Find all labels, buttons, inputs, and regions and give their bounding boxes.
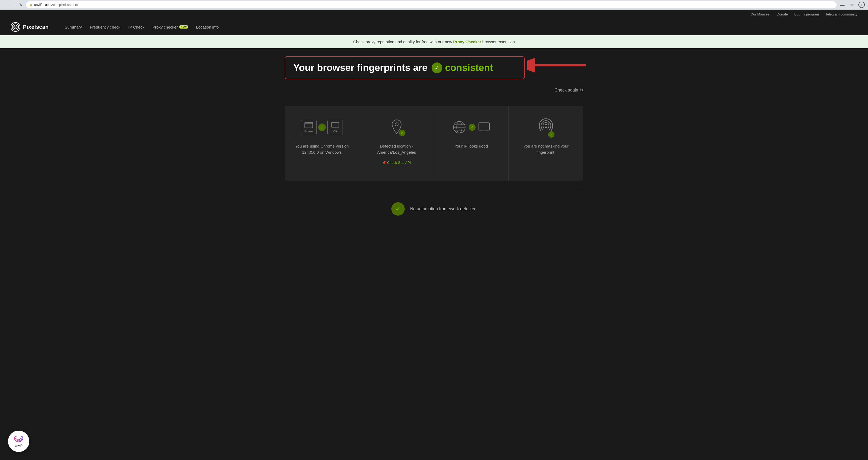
our-manifest-link[interactable]: Our Manifest <box>750 12 770 16</box>
nav-location-info[interactable]: Location info <box>196 25 219 29</box>
geo-link-text: Check Geo API <box>387 161 411 165</box>
browser-os-icon-area: Browser ✓ OS <box>301 117 343 138</box>
bounty-program-link[interactable]: Bounty program <box>795 12 819 16</box>
section-divider <box>285 189 583 189</box>
profile-circle: 1 <box>859 2 865 8</box>
check-circle-icon: ✓ <box>432 62 442 73</box>
ip-description: Your IP looks good <box>455 143 488 149</box>
toolbar-right: ▬ ☆ 1 <box>839 1 865 8</box>
svg-point-7 <box>306 123 307 123</box>
fingerprint-icon-area: ✓ <box>538 117 554 138</box>
browser-icon-box: Browser <box>301 120 317 135</box>
automation-check-icon: ✓ <box>391 202 405 215</box>
anyip-label: anyIP <box>15 444 22 447</box>
fingerprint-check-icon: ✓ <box>548 131 555 138</box>
svg-point-1 <box>13 25 17 29</box>
fingerprint-result-container: Your browser fingerprints are ✓ consiste… <box>285 56 583 79</box>
location-pin-wrap: ✓ <box>388 118 406 137</box>
location-check-icon: ✓ <box>399 129 406 137</box>
location-description: Detected location - America/Los_Angeles <box>367 143 426 155</box>
geo-pin-icon: 📌 <box>382 161 386 164</box>
cards-row: Browser ✓ OS You are using Chrome versio… <box>285 106 583 181</box>
url-text: pixelscan.net <box>59 3 78 7</box>
fingerprint-icon-wrap: ✓ <box>538 117 554 137</box>
refresh-icon: ↻ <box>580 88 583 93</box>
svg-point-11 <box>395 123 398 126</box>
nav-proxy-checker[interactable]: Proxy checker NEW <box>153 25 188 29</box>
automation-text: No automation framework detected <box>410 206 476 211</box>
consistent-text: consistent <box>445 62 493 74</box>
logo[interactable]: Pixelscan <box>11 22 49 32</box>
automation-row: ✓ No automation framework detected <box>285 197 583 221</box>
svg-point-2 <box>15 26 16 28</box>
logo-icon <box>11 22 20 32</box>
ip-icon-area: ✓ <box>453 117 490 138</box>
main-nav: Pixelscan Summary Frequency check IP Che… <box>0 19 868 35</box>
svg-rect-17 <box>479 123 490 130</box>
nav-buttons: ← → ↻ <box>3 2 24 8</box>
tab-title: anyIP - amazon <box>34 3 57 7</box>
svg-rect-4 <box>305 122 313 128</box>
card-browser-os: Browser ✓ OS You are using Chrome versio… <box>285 106 359 181</box>
card-fingerprint: ✓ You are not masking your fingerprint. <box>509 106 583 181</box>
nav-summary[interactable]: Summary <box>65 25 82 29</box>
promo-banner: Check proxy reputation and quality for f… <box>0 35 868 48</box>
promo-text-after: browser extension <box>481 39 515 44</box>
forward-button[interactable]: → <box>10 2 17 8</box>
fingerprint-heading: Your browser fingerprints are <box>293 62 427 74</box>
proxy-checker-link[interactable]: Proxy Checker <box>453 39 481 44</box>
browser-os-icons: Browser ✓ OS <box>301 120 343 135</box>
browser-os-check-icon: ✓ <box>318 123 326 132</box>
bookmark-button[interactable]: ☆ <box>848 1 856 8</box>
extensions-button[interactable]: ▬ <box>839 1 846 8</box>
globe-check-icon: ✓ <box>468 123 476 131</box>
check-again-label: Check again <box>555 88 578 93</box>
nav-ip-check[interactable]: IP Check <box>128 25 145 29</box>
donate-link[interactable]: Donate <box>777 12 788 16</box>
fingerprint-result-box: Your browser fingerprints are ✓ consiste… <box>285 56 525 79</box>
browser-label: Browser <box>304 130 313 133</box>
anyip-badge[interactable]: anyIP <box>8 431 29 452</box>
profile-button[interactable]: 1 <box>858 1 865 8</box>
address-bar[interactable]: 🔒 anyIP - amazon pixelscan.net <box>26 1 837 8</box>
check-again-button[interactable]: Check again ↻ <box>555 88 583 93</box>
top-nav-links: Our Manifest Donate Bounty program Teleg… <box>0 9 868 19</box>
reload-button[interactable]: ↻ <box>18 2 24 8</box>
svg-point-0 <box>12 24 19 30</box>
nav-links: Summary Frequency check IP Check Proxy c… <box>65 25 219 29</box>
main-content: Your browser fingerprints are ✓ consiste… <box>274 48 594 229</box>
fingerprint-description: You are not masking your fingerprint. <box>517 143 575 155</box>
svg-rect-8 <box>331 122 339 127</box>
card-location: ✓ Detected location - America/Los_Angele… <box>359 106 434 181</box>
os-label: OS <box>331 130 339 133</box>
promo-text-before: Check proxy reputation and quality for f… <box>353 39 453 44</box>
consistent-badge: ✓ consistent <box>432 62 493 74</box>
os-icon-box: OS <box>328 120 343 135</box>
browser-chrome: ← → ↻ 🔒 anyIP - amazon pixelscan.net ▬ ☆… <box>0 0 868 9</box>
logo-text: Pixelscan <box>23 24 49 30</box>
check-again-container: Check again ↻ <box>555 88 583 93</box>
telegram-community-link[interactable]: Telegram community <box>825 12 857 16</box>
browser-os-description: You are using Chrome version 124.0.0.0 o… <box>293 143 351 155</box>
anyip-logo-icon <box>13 435 24 444</box>
geo-api-link[interactable]: 📌 Check Geo API <box>382 161 411 165</box>
red-arrow <box>527 56 586 76</box>
new-badge: NEW <box>179 25 188 29</box>
back-button[interactable]: ← <box>3 2 9 8</box>
card-ip: ✓ Your IP looks good <box>434 106 509 181</box>
location-icon-area: ✓ <box>388 117 406 138</box>
site-security-icon: 🔒 <box>29 3 33 6</box>
svg-point-6 <box>305 123 306 123</box>
nav-frequency-check[interactable]: Frequency check <box>90 25 120 29</box>
globe-ip-icons: ✓ <box>453 121 490 134</box>
